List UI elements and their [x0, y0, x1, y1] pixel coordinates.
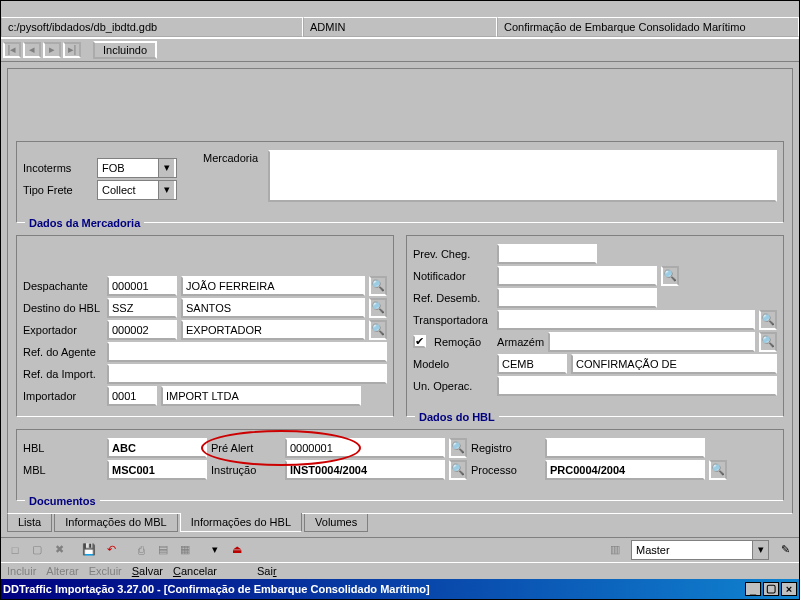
chevron-down-icon[interactable]: ▾ [752, 541, 768, 559]
mercadoria-textarea[interactable] [268, 150, 777, 202]
toolbar: □ ▢ ✖ 💾 ↶ ⎙ ▤ ▦ ▾ ⏏ ▥ ▾ ✎ [1, 537, 799, 563]
destino-lookup-icon[interactable]: 🔍 [369, 298, 387, 318]
status-bar: c:/pysoft/ibdados/db_ibdtd.gdb ADMIN Con… [1, 17, 799, 38]
modelo-label: Modelo [413, 358, 493, 370]
tab-info-mbl[interactable]: Informações do MBL [54, 513, 178, 532]
nav-next-icon[interactable]: ▸ [43, 42, 61, 58]
prealert-field[interactable]: 0000001 [285, 438, 445, 458]
exportador-label: Exportador [23, 324, 103, 336]
un-operac-field[interactable] [497, 376, 777, 396]
nav-last-icon[interactable]: ▸| [63, 42, 81, 58]
notificador-lookup-icon[interactable]: 🔍 [661, 266, 679, 286]
modelo-code[interactable]: CEMB [497, 354, 567, 374]
tool-open-icon: ▢ [27, 540, 47, 560]
prev-cheg-field[interactable] [497, 244, 597, 264]
processo-lookup-icon[interactable]: 🔍 [709, 460, 727, 480]
armazem-field[interactable] [548, 332, 755, 352]
tab-info-hbl[interactable]: Informações do HBL [180, 513, 302, 532]
ref-import-label: Ref. da Import. [23, 368, 103, 380]
incoterms-label: Incoterms [23, 162, 93, 174]
tool-del-icon: ✖ [49, 540, 69, 560]
ref-agente-label: Ref. do Agente [23, 346, 103, 358]
tool-dropdown-icon[interactable]: ▾ [205, 540, 225, 560]
tipo-frete-input[interactable] [98, 181, 158, 199]
nav-first-icon[interactable]: |◂ [3, 42, 21, 58]
instrucao-lookup-icon[interactable]: 🔍 [449, 460, 467, 480]
remocao-label: Remoção [434, 336, 481, 348]
despachante-name: JOÃO FERREIRA [181, 276, 365, 296]
tab-lista[interactable]: Lista [7, 513, 52, 532]
status-path: c:/pysoft/ibdados/db_ibdtd.gdb [1, 17, 303, 37]
tab-volumes[interactable]: Volumes [304, 513, 368, 532]
ref-desemb-label: Ref. Desemb. [413, 292, 493, 304]
mbl-field[interactable]: MSC001 [107, 460, 207, 480]
transportadora-lookup-icon[interactable]: 🔍 [759, 310, 777, 330]
tipo-frete-combo[interactable]: ▾ [97, 180, 177, 200]
ref-agente-field[interactable] [107, 342, 387, 362]
prealert-lookup-icon[interactable]: 🔍 [449, 438, 467, 458]
incoterms-combo[interactable]: ▾ [97, 158, 177, 178]
hbl-field[interactable]: ABC [107, 438, 207, 458]
tipo-frete-label: Tipo Frete [23, 184, 93, 196]
despachante-code[interactable]: 000001 [107, 276, 177, 296]
importador-code[interactable]: 0001 [107, 386, 157, 406]
maximize-button[interactable]: ▢ [763, 582, 779, 596]
tool-undo-icon[interactable]: ↶ [101, 540, 121, 560]
app-title: DDTraffic Importação 3.27.00 - [Confirma… [3, 583, 430, 595]
despachante-lookup-icon[interactable]: 🔍 [369, 276, 387, 296]
importador-name: IMPORT LTDA [161, 386, 361, 406]
modelo-name: CONFIRMAÇÃO DE [571, 354, 777, 374]
status-context: Confirmação de Embarque Consolidado Marí… [497, 17, 799, 37]
chevron-down-icon[interactable]: ▾ [158, 159, 174, 177]
prev-cheg-label: Prev. Cheg. [413, 248, 493, 260]
transportadora-field[interactable] [497, 310, 755, 330]
menu-bar: Incluir Alterar Excluir Salvar Cancelar … [1, 563, 799, 579]
notificador-label: Notificador [413, 270, 493, 282]
armazem-label: Armazém [497, 336, 544, 348]
instrucao-label: Instrução [211, 464, 281, 476]
destino-hbl-label: Destino do HBL [23, 302, 103, 314]
documentos-legend: Documentos [29, 495, 96, 507]
tool-exit-icon[interactable]: ⏏ [227, 540, 247, 560]
minimize-button[interactable]: _ [745, 582, 761, 596]
nav-prev-icon[interactable]: ◂ [23, 42, 41, 58]
notificador-field[interactable] [497, 266, 657, 286]
menu-incluir: Incluir [7, 565, 36, 577]
tool-chart-icon: ▦ [175, 540, 195, 560]
exportador-name: EXPORTADOR [181, 320, 365, 340]
chevron-down-icon[interactable]: ▾ [158, 181, 174, 199]
record-state: Incluindo [93, 41, 157, 59]
master-input[interactable] [632, 541, 752, 559]
instrucao-field[interactable]: INST0004/2004 [285, 460, 445, 480]
menu-sair[interactable]: Sair [257, 565, 277, 577]
ref-import-field[interactable] [107, 364, 387, 384]
destino-code[interactable]: SSZ [107, 298, 177, 318]
menu-alterar: Alterar [46, 565, 78, 577]
exportador-code[interactable]: 000002 [107, 320, 177, 340]
ref-desemb-field[interactable] [497, 288, 657, 308]
processo-field[interactable]: PRC0004/2004 [545, 460, 705, 480]
group-left: Importador 0001 IMPORT LTDA Ref. da Impo… [16, 235, 394, 417]
main-panel: Documentos MBL MSC001 Instrução INST0004… [7, 68, 793, 514]
importador-label: Importador [23, 390, 103, 402]
registro-field[interactable] [545, 438, 705, 458]
tab-strip: Lista Informações do MBL Informações do … [1, 514, 799, 537]
menu-cancelar[interactable]: Cancelar [173, 565, 217, 577]
edit-master-icon[interactable]: ✎ [775, 540, 795, 560]
despachante-label: Despachante [23, 280, 103, 292]
tool-new-icon: □ [5, 540, 25, 560]
hbl-label: HBL [23, 442, 103, 454]
master-combo[interactable]: ▾ [631, 540, 769, 560]
group-mercadoria: Dados da Mercadoria Tipo Frete ▾ Incoter… [16, 141, 784, 223]
remocao-checkbox[interactable]: ✔ [413, 336, 426, 349]
exportador-lookup-icon[interactable]: 🔍 [369, 320, 387, 340]
menu-excluir: Excluir [89, 565, 122, 577]
mbl-label: MBL [23, 464, 103, 476]
menu-salvar[interactable]: Salvar [132, 565, 163, 577]
un-operac-label: Un. Operac. [413, 380, 493, 392]
close-button[interactable]: × [781, 582, 797, 596]
tool-save-icon[interactable]: 💾 [79, 540, 99, 560]
armazem-lookup-icon[interactable]: 🔍 [759, 332, 777, 352]
incoterms-input[interactable] [98, 159, 158, 177]
tool-print-icon: ⎙ [131, 540, 151, 560]
